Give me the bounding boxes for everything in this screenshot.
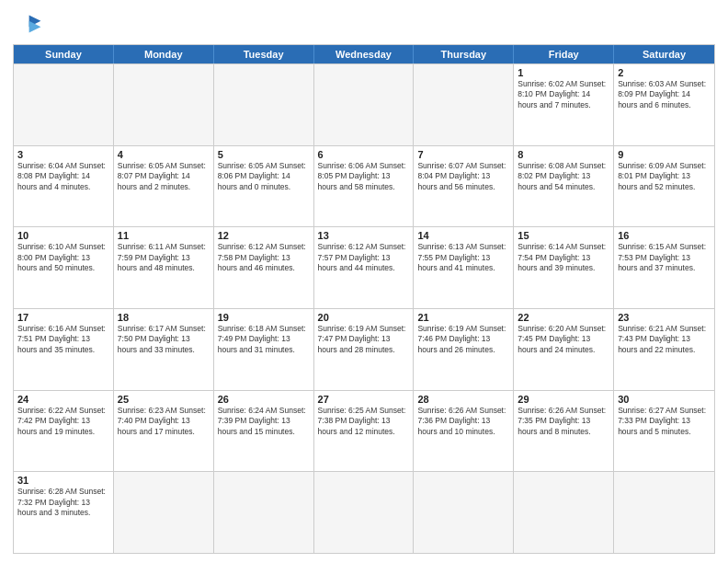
cal-cell: 23Sunrise: 6:21 AM Sunset: 7:43 PM Dayli… xyxy=(614,309,714,390)
day-number: 23 xyxy=(618,312,711,323)
day-number: 14 xyxy=(417,230,509,241)
day-info: Sunrise: 6:19 AM Sunset: 7:46 PM Dayligh… xyxy=(417,324,509,355)
day-number: 10 xyxy=(17,230,109,241)
cal-cell xyxy=(314,472,415,553)
cal-cell: 14Sunrise: 6:13 AM Sunset: 7:55 PM Dayli… xyxy=(414,227,514,308)
weekday-header-monday: Monday xyxy=(114,45,214,63)
cal-cell xyxy=(114,64,214,145)
svg-rect-0 xyxy=(13,9,42,39)
weekday-header-sunday: Sunday xyxy=(14,45,114,63)
day-number: 27 xyxy=(318,394,410,405)
day-info: Sunrise: 6:04 AM Sunset: 8:08 PM Dayligh… xyxy=(17,161,109,192)
logo-icon xyxy=(13,9,42,39)
calendar-row-5: 31Sunrise: 6:28 AM Sunset: 7:32 PM Dayli… xyxy=(14,471,714,553)
day-info: Sunrise: 6:06 AM Sunset: 8:05 PM Dayligh… xyxy=(318,161,410,192)
calendar-row-2: 10Sunrise: 6:10 AM Sunset: 8:00 PM Dayli… xyxy=(14,226,714,308)
day-info: Sunrise: 6:05 AM Sunset: 8:06 PM Dayligh… xyxy=(218,161,310,192)
cal-cell: 9Sunrise: 6:09 AM Sunset: 8:01 PM Daylig… xyxy=(614,146,714,227)
cal-cell xyxy=(314,64,415,145)
day-info: Sunrise: 6:24 AM Sunset: 7:39 PM Dayligh… xyxy=(218,406,310,437)
cal-cell: 20Sunrise: 6:19 AM Sunset: 7:47 PM Dayli… xyxy=(314,309,415,390)
day-number: 19 xyxy=(218,312,310,323)
day-number: 3 xyxy=(17,149,109,160)
calendar-row-4: 24Sunrise: 6:22 AM Sunset: 7:42 PM Dayli… xyxy=(14,390,714,472)
cal-cell: 31Sunrise: 6:28 AM Sunset: 7:32 PM Dayli… xyxy=(14,472,114,553)
day-info: Sunrise: 6:28 AM Sunset: 7:32 PM Dayligh… xyxy=(17,487,109,518)
day-info: Sunrise: 6:26 AM Sunset: 7:36 PM Dayligh… xyxy=(417,406,509,437)
cal-cell: 4Sunrise: 6:05 AM Sunset: 8:07 PM Daylig… xyxy=(114,146,214,227)
day-number: 24 xyxy=(17,394,109,405)
cal-cell: 27Sunrise: 6:25 AM Sunset: 7:38 PM Dayli… xyxy=(314,391,415,472)
calendar-header: SundayMondayTuesdayWednesdayThursdayFrid… xyxy=(14,45,714,63)
day-info: Sunrise: 6:16 AM Sunset: 7:51 PM Dayligh… xyxy=(17,324,109,355)
day-number: 31 xyxy=(17,475,109,486)
day-info: Sunrise: 6:13 AM Sunset: 7:55 PM Dayligh… xyxy=(417,242,509,273)
cal-cell: 8Sunrise: 6:08 AM Sunset: 8:02 PM Daylig… xyxy=(514,146,614,227)
header xyxy=(13,9,715,39)
cal-cell: 18Sunrise: 6:17 AM Sunset: 7:50 PM Dayli… xyxy=(114,309,214,390)
cal-cell xyxy=(214,472,314,553)
cal-cell: 5Sunrise: 6:05 AM Sunset: 8:06 PM Daylig… xyxy=(214,146,314,227)
weekday-header-wednesday: Wednesday xyxy=(314,45,415,63)
day-number: 12 xyxy=(218,230,310,241)
day-info: Sunrise: 6:26 AM Sunset: 7:35 PM Dayligh… xyxy=(518,406,609,437)
day-number: 13 xyxy=(318,230,410,241)
day-number: 17 xyxy=(17,312,109,323)
cal-cell: 17Sunrise: 6:16 AM Sunset: 7:51 PM Dayli… xyxy=(14,309,114,390)
cal-cell: 22Sunrise: 6:20 AM Sunset: 7:45 PM Dayli… xyxy=(514,309,614,390)
day-number: 25 xyxy=(118,394,210,405)
day-info: Sunrise: 6:02 AM Sunset: 8:10 PM Dayligh… xyxy=(518,79,609,110)
day-info: Sunrise: 6:03 AM Sunset: 8:09 PM Dayligh… xyxy=(618,79,711,110)
day-number: 9 xyxy=(618,149,711,160)
day-number: 6 xyxy=(318,149,410,160)
day-info: Sunrise: 6:05 AM Sunset: 8:07 PM Dayligh… xyxy=(118,161,210,192)
day-number: 29 xyxy=(518,394,609,405)
day-number: 15 xyxy=(518,230,609,241)
cal-cell: 12Sunrise: 6:12 AM Sunset: 7:58 PM Dayli… xyxy=(214,227,314,308)
day-info: Sunrise: 6:12 AM Sunset: 7:58 PM Dayligh… xyxy=(218,242,310,273)
day-number: 18 xyxy=(118,312,210,323)
cal-cell xyxy=(214,64,314,145)
day-number: 22 xyxy=(518,312,609,323)
day-info: Sunrise: 6:19 AM Sunset: 7:47 PM Dayligh… xyxy=(318,324,410,355)
cal-cell: 16Sunrise: 6:15 AM Sunset: 7:53 PM Dayli… xyxy=(614,227,714,308)
cal-cell: 19Sunrise: 6:18 AM Sunset: 7:49 PM Dayli… xyxy=(214,309,314,390)
day-number: 16 xyxy=(618,230,711,241)
day-number: 11 xyxy=(118,230,210,241)
day-number: 1 xyxy=(518,67,609,78)
day-number: 5 xyxy=(218,149,310,160)
day-info: Sunrise: 6:23 AM Sunset: 7:40 PM Dayligh… xyxy=(118,406,210,437)
cal-cell: 29Sunrise: 6:26 AM Sunset: 7:35 PM Dayli… xyxy=(514,391,614,472)
weekday-header-tuesday: Tuesday xyxy=(214,45,314,63)
day-info: Sunrise: 6:08 AM Sunset: 8:02 PM Dayligh… xyxy=(518,161,609,192)
day-number: 28 xyxy=(417,394,509,405)
calendar-body: 1Sunrise: 6:02 AM Sunset: 8:10 PM Daylig… xyxy=(14,63,714,553)
day-number: 20 xyxy=(318,312,410,323)
calendar-row-0: 1Sunrise: 6:02 AM Sunset: 8:10 PM Daylig… xyxy=(14,63,714,145)
weekday-header-friday: Friday xyxy=(514,45,614,63)
cal-cell: 30Sunrise: 6:27 AM Sunset: 7:33 PM Dayli… xyxy=(614,391,714,472)
cal-cell: 1Sunrise: 6:02 AM Sunset: 8:10 PM Daylig… xyxy=(514,64,614,145)
cal-cell: 11Sunrise: 6:11 AM Sunset: 7:59 PM Dayli… xyxy=(114,227,214,308)
cal-cell xyxy=(14,64,114,145)
day-number: 8 xyxy=(518,149,609,160)
cal-cell xyxy=(414,472,514,553)
day-info: Sunrise: 6:10 AM Sunset: 8:00 PM Dayligh… xyxy=(17,242,109,273)
cal-cell: 21Sunrise: 6:19 AM Sunset: 7:46 PM Dayli… xyxy=(414,309,514,390)
cal-cell: 13Sunrise: 6:12 AM Sunset: 7:57 PM Dayli… xyxy=(314,227,415,308)
day-info: Sunrise: 6:11 AM Sunset: 7:59 PM Dayligh… xyxy=(118,242,210,273)
cal-cell: 15Sunrise: 6:14 AM Sunset: 7:54 PM Dayli… xyxy=(514,227,614,308)
page: SundayMondayTuesdayWednesdayThursdayFrid… xyxy=(0,0,728,563)
day-info: Sunrise: 6:09 AM Sunset: 8:01 PM Dayligh… xyxy=(618,161,711,192)
day-info: Sunrise: 6:21 AM Sunset: 7:43 PM Dayligh… xyxy=(618,324,711,355)
cal-cell: 3Sunrise: 6:04 AM Sunset: 8:08 PM Daylig… xyxy=(14,146,114,227)
cal-cell xyxy=(114,472,214,553)
day-info: Sunrise: 6:27 AM Sunset: 7:33 PM Dayligh… xyxy=(618,406,711,437)
day-info: Sunrise: 6:07 AM Sunset: 8:04 PM Dayligh… xyxy=(417,161,509,192)
cal-cell: 10Sunrise: 6:10 AM Sunset: 8:00 PM Dayli… xyxy=(14,227,114,308)
day-number: 7 xyxy=(417,149,509,160)
logo xyxy=(13,9,46,39)
day-info: Sunrise: 6:22 AM Sunset: 7:42 PM Dayligh… xyxy=(17,406,109,437)
cal-cell: 25Sunrise: 6:23 AM Sunset: 7:40 PM Dayli… xyxy=(114,391,214,472)
day-info: Sunrise: 6:15 AM Sunset: 7:53 PM Dayligh… xyxy=(618,242,711,273)
